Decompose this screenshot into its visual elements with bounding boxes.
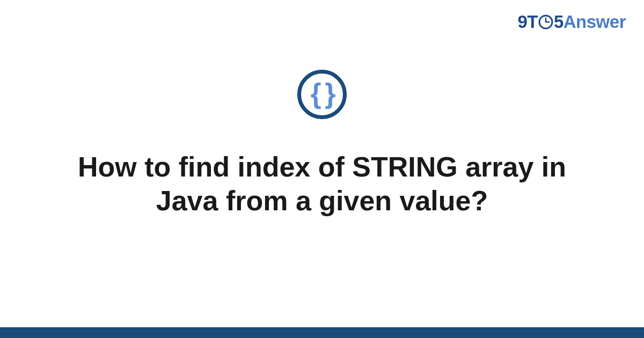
main-content: { } How to find index of STRING array in… [0,70,644,218]
footer-bar [0,327,644,338]
logo-part-9t: 9T [517,12,538,32]
question-title: How to find index of STRING array in Jav… [48,150,596,218]
category-icon-ring: { } [297,70,347,119]
logo-part-answer: Answer [564,12,626,32]
site-logo: 9T5Answer [517,12,626,34]
code-braces-icon: { } [311,79,334,107]
logo-text: 9T5Answer [517,12,626,32]
clock-icon [538,13,553,34]
logo-part-5: 5 [554,12,564,32]
